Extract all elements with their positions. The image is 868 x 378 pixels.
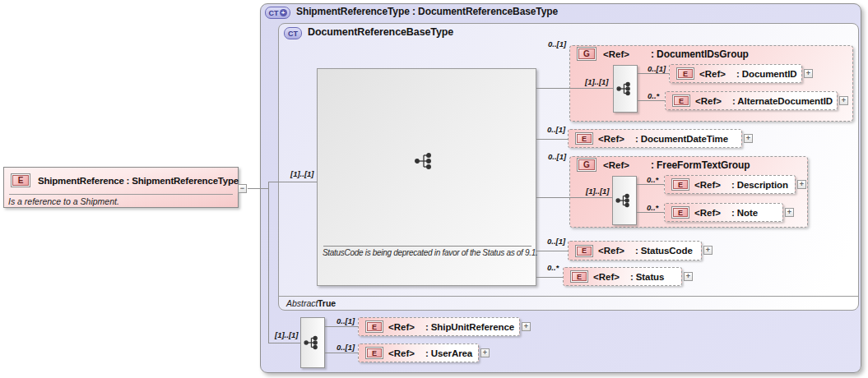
element-name: : Status xyxy=(630,272,664,282)
element-box-status[interactable]: E <Ref> : Status xyxy=(563,267,682,286)
root-element-annotation: Is a reference to a Shipment. xyxy=(8,196,119,206)
element-name: : Note xyxy=(731,208,758,218)
ref-label: <Ref> xyxy=(603,160,629,170)
element-box-note[interactable]: E <Ref> : Note xyxy=(664,203,783,222)
sequence-box[interactable] xyxy=(613,65,638,113)
element-name: : AlternateDocumentID xyxy=(732,96,833,106)
cardinality-label: 0..[1] xyxy=(648,64,666,73)
ref-label: <Ref> xyxy=(598,134,624,144)
abstract-divider xyxy=(279,296,858,297)
expand-button[interactable]: + xyxy=(839,96,848,105)
element-icon: E xyxy=(676,67,694,80)
element-icon: E xyxy=(671,206,689,219)
expand-button[interactable]: + xyxy=(480,348,490,357)
root-element-divider xyxy=(9,194,233,195)
sequence-icon xyxy=(616,81,634,96)
connector-line xyxy=(268,182,269,343)
ref-label: <Ref> xyxy=(388,322,415,332)
content-model-cardinality: [1]..[1] xyxy=(290,169,314,178)
element-icon: E xyxy=(672,94,690,107)
ref-label: <Ref> xyxy=(695,96,722,106)
group-name: : FreeFormTextGroup xyxy=(651,159,750,171)
sequence-box[interactable] xyxy=(612,176,637,225)
ref-label: <Ref> xyxy=(694,180,721,190)
element-name: : DocumentDateTime xyxy=(635,134,728,144)
connector-line xyxy=(569,197,612,198)
connector-line xyxy=(536,197,569,198)
plus-badge-icon: + xyxy=(280,9,287,16)
connector-line xyxy=(536,139,568,140)
element-name: : StatusCode xyxy=(635,246,693,256)
abstract-value: True xyxy=(318,298,336,308)
ref-label: <Ref> xyxy=(603,49,629,59)
ref-label: <Ref> xyxy=(694,208,721,218)
cardinality-label: [1]..[1] xyxy=(586,187,610,196)
expand-button[interactable]: + xyxy=(785,208,794,217)
group-name: : DocumentIDsGroup xyxy=(651,48,749,60)
complex-type-plus-icon[interactable]: CT + xyxy=(265,7,290,19)
element-box-description[interactable]: E <Ref> : Description xyxy=(664,175,796,194)
root-element-box[interactable]: E ShipmentReference : ShipmentReferenceT… xyxy=(3,167,239,208)
element-name: : UserArea xyxy=(425,348,472,358)
element-box-userarea[interactable]: E <Ref> : UserArea xyxy=(358,343,479,362)
group-icon: G xyxy=(577,47,596,61)
ref-label: <Ref> xyxy=(593,272,620,282)
connector-line xyxy=(268,182,317,182)
connector-line xyxy=(638,100,665,101)
extension-cardinality: [1]..[1] xyxy=(275,330,299,339)
connector-line xyxy=(637,212,664,213)
expand-button[interactable]: + xyxy=(522,322,531,331)
element-box-alternatedocumentid[interactable]: E <Ref> : AlternateDocumentID xyxy=(665,91,838,110)
cardinality-label: [1]..[1] xyxy=(585,77,609,86)
group-icon: G xyxy=(577,158,596,172)
cardinality-label: 0..[1] xyxy=(548,39,566,48)
ref-label: <Ref> xyxy=(598,246,624,256)
cardinality-label: 0..* xyxy=(647,175,658,184)
element-name: : DocumentID xyxy=(736,69,797,79)
element-icon: E xyxy=(671,178,689,191)
expand-button[interactable]: + xyxy=(797,180,806,189)
connector-line xyxy=(638,73,669,74)
cardinality-label: 0..[1] xyxy=(548,152,566,161)
element-box-documentdatetime[interactable]: E <Ref> : DocumentDateTime xyxy=(568,129,742,148)
cardinality-label: 0..* xyxy=(647,203,658,212)
sequence-box[interactable] xyxy=(300,317,325,368)
element-icon: E xyxy=(365,347,383,359)
connector-line xyxy=(325,353,358,353)
sequence-icon xyxy=(304,335,322,350)
root-element-title: ShipmentReference : ShipmentReferenceTyp… xyxy=(38,176,239,186)
element-name: : Description xyxy=(731,180,788,190)
cardinality-label: 0..* xyxy=(547,263,559,272)
abstract-label: Abstract xyxy=(286,298,318,308)
expand-button[interactable]: + xyxy=(684,272,693,281)
element-icon: E xyxy=(570,270,588,283)
expand-button[interactable]: + xyxy=(744,134,753,143)
element-icon: E xyxy=(11,173,30,187)
element-icon: E xyxy=(365,320,383,333)
element-box-shipunitreference[interactable]: E <Ref> : ShipUnitReference xyxy=(358,317,520,336)
expand-button[interactable]: + xyxy=(703,246,713,255)
outer-container-title: ShipmentReferenceType : DocumentReferenc… xyxy=(296,6,558,17)
connector-line xyxy=(248,188,268,189)
ref-label: <Ref> xyxy=(699,69,726,79)
collapse-button[interactable]: − xyxy=(238,184,247,193)
connector-line xyxy=(325,326,358,327)
cardinality-label: 0..[1] xyxy=(337,343,355,352)
element-box-documentid[interactable]: E <Ref> : DocumentID xyxy=(669,64,802,83)
element-icon: E xyxy=(575,245,593,257)
deprecation-divider xyxy=(323,246,531,247)
sequence-icon xyxy=(414,152,437,170)
connector-line xyxy=(569,88,613,89)
element-box-statuscode[interactable]: E <Ref> : StatusCode xyxy=(568,241,702,260)
connector-line xyxy=(536,88,569,89)
complex-type-icon[interactable]: CT xyxy=(284,27,302,39)
cardinality-label: 0..[1] xyxy=(547,125,565,134)
schema-diagram: CT + ShipmentReferenceType : DocumentRef… xyxy=(0,0,868,378)
cardinality-label: 0..* xyxy=(648,91,659,100)
connector-line xyxy=(637,184,664,185)
element-name: : ShipUnitReference xyxy=(425,322,514,332)
deprecation-note: StatusCode is being deprecated in favor … xyxy=(323,248,538,257)
inner-container-title: DocumentReferenceBaseType xyxy=(308,26,453,38)
connector-line xyxy=(536,251,568,251)
expand-button[interactable]: + xyxy=(804,69,813,78)
